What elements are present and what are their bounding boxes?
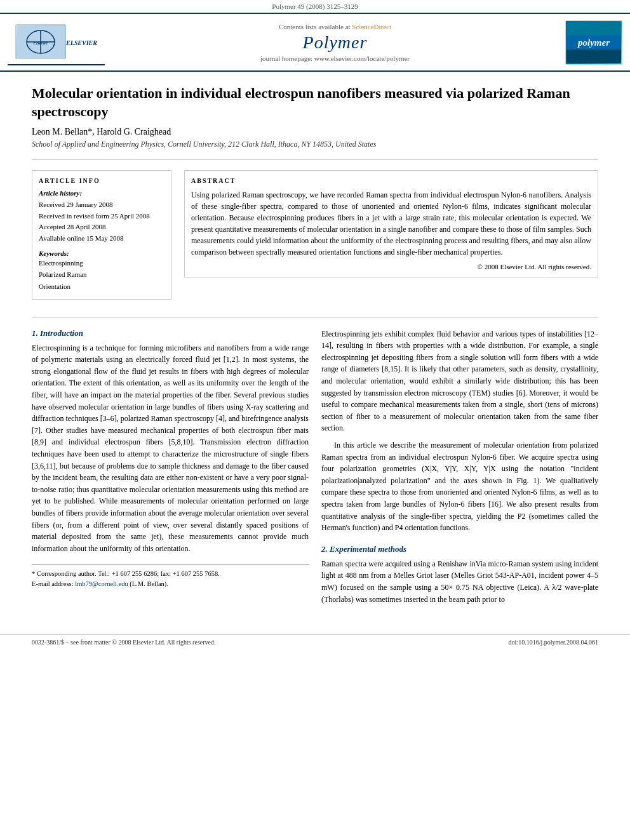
affiliation-text: School of Applied and Engineering Physic… (32, 140, 598, 149)
revised-date: Received in revised form 25 April 2008 (39, 211, 164, 222)
journal-header-center: Contents lists available at ScienceDirec… (105, 23, 565, 62)
section2-title: 2. Experimental methods (321, 544, 598, 554)
abstract-heading: ABSTRACT (191, 177, 591, 184)
elsevier-logo-image: Elsevier (15, 24, 66, 59)
keywords-section: Keywords: Electrospinning Polarized Rama… (39, 250, 164, 293)
article-ref: Polymer 49 (2008) 3125–3129 (0, 0, 630, 14)
bottom-bar: 0032-3861/$ – see front matter © 2008 El… (0, 634, 630, 650)
footnote-email-suffix: (L.M. Bellan). (130, 580, 168, 587)
svg-text:polymer: polymer (577, 37, 610, 48)
section1-para3: In this article we describe the measurem… (321, 439, 598, 534)
abstract-col: ABSTRACT Using polarized Raman spectrosc… (184, 170, 598, 307)
footnote-corresponding: * Corresponding author. Tel.: +1 607 255… (32, 569, 309, 579)
svg-rect-6 (566, 22, 621, 36)
sciencedirect-line: Contents lists available at ScienceDirec… (105, 23, 565, 30)
divider-top (32, 159, 598, 160)
svg-text:Elsevier: Elsevier (32, 41, 48, 46)
elsevier-logo-block: Elsevier ELSEVIER (8, 19, 105, 65)
received-date: Received 29 January 2008 (39, 199, 164, 211)
section1: 1. Introduction Electrospinning is a tec… (32, 328, 309, 555)
history-label: Article history: (39, 189, 164, 197)
doi-text: doi:10.1016/j.polymer.2008.04.061 (509, 639, 598, 646)
article-ref-text: Polymer 49 (2008) 3125–3129 (272, 3, 358, 10)
accepted-date: Accepted 28 April 2008 (39, 222, 164, 233)
body-col-right: Electrospinning jets exhibit complex flu… (321, 328, 598, 615)
polymer-logo-image: polymer (565, 20, 622, 65)
keyword-1: Electrospinning (39, 257, 164, 269)
section1-title: 1. Introduction (32, 328, 309, 338)
keyword-3: Orientation (39, 281, 164, 293)
contents-text: Contents lists available at (279, 23, 351, 30)
abstract-text: Using polarized Raman spectroscopy, we h… (191, 189, 591, 258)
copyright-text: © 2008 Elsevier Ltd. All rights reserved… (191, 263, 591, 270)
keyword-2: Polarized Raman (39, 269, 164, 281)
body-col-left: 1. Introduction Electrospinning is a tec… (32, 328, 309, 615)
section2-body: Raman spectra were acquired using a Reni… (321, 558, 598, 605)
article-info-grid: ARTICLE INFO Article history: Received 2… (32, 170, 598, 307)
article-title: Molecular orientation in individual elec… (32, 84, 598, 121)
section1-body-right: Electrospinning jets exhibit complex flu… (321, 328, 598, 534)
article-info-box: ARTICLE INFO Article history: Received 2… (32, 170, 171, 299)
body-two-col: 1. Introduction Electrospinning is a tec… (32, 328, 598, 615)
section1-para2: Electrospinning jets exhibit complex flu… (321, 328, 598, 434)
authors-text: Leon M. Bellan*, Harold G. Craighead (32, 127, 171, 137)
section1-para1: Electrospinning is a technique for formi… (32, 342, 309, 555)
section2-para1: Raman spectra were acquired using a Reni… (321, 558, 598, 605)
main-content: Molecular orientation in individual elec… (0, 72, 630, 628)
footnote-area: * Corresponding author. Tel.: +1 607 255… (32, 564, 309, 589)
abstract-box: ABSTRACT Using polarized Raman spectrosc… (184, 170, 598, 277)
elsevier-text: ELSEVIER (66, 39, 97, 46)
section2: 2. Experimental methods Raman spectra we… (321, 544, 598, 605)
issn-text: 0032-3861/$ – see front matter © 2008 El… (32, 639, 215, 646)
article-info-heading: ARTICLE INFO (39, 177, 164, 184)
footnote-email: lmb79@cornell.edu (75, 580, 128, 587)
footnote-email-line: E-mail address: lmb79@cornell.edu (L.M. … (32, 579, 309, 589)
authors-line: Leon M. Bellan*, Harold G. Craighead (32, 127, 598, 137)
svg-rect-8 (566, 50, 621, 63)
journal-title: Polymer (105, 32, 565, 53)
section1-body: Electrospinning is a technique for formi… (32, 342, 309, 555)
keywords-label: Keywords: (39, 250, 164, 257)
journal-homepage: journal homepage: www.elsevier.com/locat… (105, 55, 565, 62)
footnote-email-label: E-mail address: (32, 580, 74, 587)
available-date: Available online 15 May 2008 (39, 233, 164, 244)
section1-right: Electrospinning jets exhibit complex flu… (321, 328, 598, 534)
article-info-col: ARTICLE INFO Article history: Received 2… (32, 170, 171, 307)
journal-header: Elsevier ELSEVIER Contents lists availab… (0, 14, 630, 72)
sciencedirect-link-text[interactable]: ScienceDirect (352, 23, 391, 30)
divider-mid (32, 317, 598, 318)
